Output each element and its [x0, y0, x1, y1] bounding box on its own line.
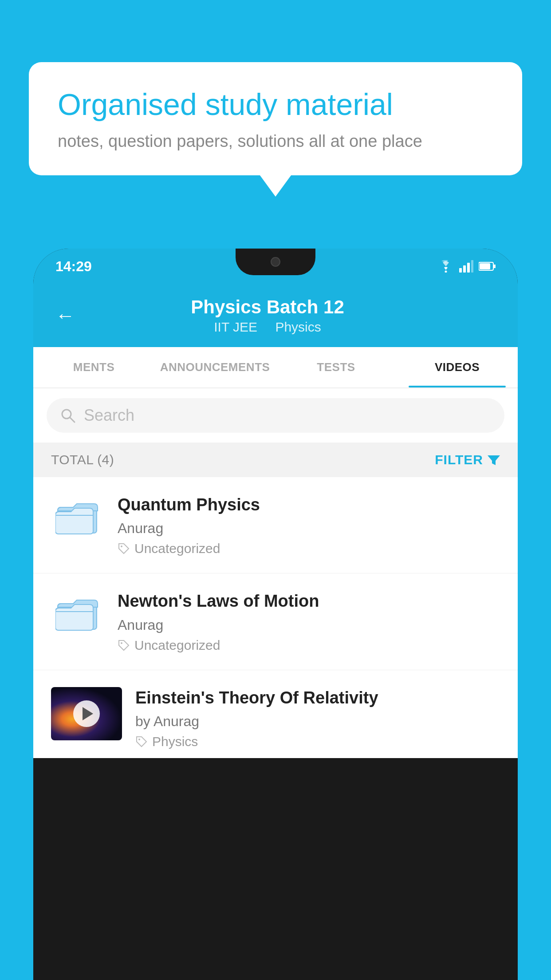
- video-info: Newton's Laws of Motion Anurag Uncategor…: [118, 590, 500, 652]
- svg-point-0: [445, 271, 447, 273]
- status-bar: 14:29: [33, 249, 518, 284]
- signal-icon: [459, 260, 473, 273]
- video-tag: Uncategorized: [118, 541, 500, 556]
- tab-announcements[interactable]: ANNOUNCEMENTS: [154, 347, 276, 387]
- video-author: Anurag: [118, 520, 500, 537]
- search-placeholder: Search: [84, 406, 134, 425]
- svg-marker-10: [488, 455, 500, 465]
- battery-icon: [479, 261, 496, 271]
- tab-tests[interactable]: TESTS: [276, 347, 397, 387]
- list-item[interactable]: Einstein's Theory Of Relativity by Anura…: [33, 670, 518, 758]
- folder-icon: [55, 498, 100, 535]
- list-item[interactable]: Quantum Physics Anurag Uncategorized: [33, 477, 518, 573]
- filter-bar: TOTAL (4) FILTER: [33, 443, 518, 477]
- filter-button[interactable]: FILTER: [435, 452, 500, 467]
- tag-label: Physics: [152, 734, 198, 749]
- status-time: 14:29: [55, 258, 92, 275]
- tag-icon: [135, 735, 148, 748]
- tab-videos[interactable]: VIDEOS: [397, 347, 518, 387]
- svg-line-9: [70, 418, 75, 422]
- svg-rect-7: [494, 265, 496, 268]
- search-container: Search: [33, 388, 518, 443]
- video-title: Quantum Physics: [118, 494, 500, 516]
- notch: [236, 249, 315, 275]
- header-title-group: Physics Batch 12 IIT JEE Physics: [88, 296, 447, 335]
- bubble-subtitle: notes, question papers, solutions all at…: [58, 132, 493, 151]
- tag-icon: [118, 639, 130, 652]
- speech-bubble-container: Organised study material notes, question…: [29, 62, 522, 175]
- tag-label: Uncategorized: [134, 638, 220, 653]
- video-tag: Uncategorized: [118, 638, 500, 653]
- total-count: TOTAL (4): [51, 452, 114, 467]
- filter-label: FILTER: [435, 452, 483, 467]
- svg-rect-1: [459, 268, 462, 273]
- tab-bar: MENTS ANNOUNCEMENTS TESTS VIDEOS: [33, 347, 518, 388]
- wifi-icon: [438, 260, 454, 273]
- svg-rect-6: [480, 263, 490, 269]
- video-title: Newton's Laws of Motion: [118, 590, 500, 612]
- tab-ments[interactable]: MENTS: [33, 347, 154, 387]
- video-author: by Anurag: [135, 713, 500, 730]
- svg-rect-2: [463, 265, 466, 273]
- search-icon: [60, 407, 76, 423]
- header-subtitle: IIT JEE Physics: [88, 320, 447, 335]
- back-button[interactable]: ←: [55, 304, 75, 327]
- speech-bubble: Organised study material notes, question…: [29, 62, 522, 175]
- svg-point-16: [121, 642, 122, 644]
- video-info: Einstein's Theory Of Relativity by Anura…: [135, 687, 500, 749]
- play-button[interactable]: [73, 700, 100, 727]
- svg-rect-3: [467, 263, 470, 273]
- status-icons: [438, 260, 496, 273]
- header-title: Physics Batch 12: [88, 296, 447, 318]
- phone-frame: 14:29: [33, 249, 518, 980]
- video-title: Einstein's Theory Of Relativity: [135, 687, 500, 709]
- bubble-title: Organised study material: [58, 87, 493, 123]
- search-input-wrapper[interactable]: Search: [47, 398, 504, 433]
- svg-point-13: [121, 545, 122, 547]
- tag-label: Uncategorized: [134, 541, 220, 556]
- list-item[interactable]: Newton's Laws of Motion Anurag Uncategor…: [33, 573, 518, 670]
- svg-point-17: [138, 739, 140, 740]
- video-list: Quantum Physics Anurag Uncategorized: [33, 477, 518, 758]
- filter-icon: [488, 454, 500, 466]
- video-tag: Physics: [135, 734, 500, 749]
- folder-icon-container: [51, 494, 104, 538]
- svg-rect-4: [471, 260, 473, 273]
- play-triangle-icon: [83, 707, 93, 720]
- tag-icon: [118, 542, 130, 555]
- video-thumbnail: [51, 687, 122, 740]
- video-author: Anurag: [118, 617, 500, 633]
- camera-dot: [271, 257, 280, 267]
- header-subtitle-physics: Physics: [275, 320, 321, 334]
- app-header: ← Physics Batch 12 IIT JEE Physics: [33, 284, 518, 347]
- header-subtitle-iitjee: IIT JEE: [214, 320, 257, 334]
- folder-icon-container: [51, 590, 104, 635]
- video-info: Quantum Physics Anurag Uncategorized: [118, 494, 500, 556]
- folder-icon: [55, 594, 100, 632]
